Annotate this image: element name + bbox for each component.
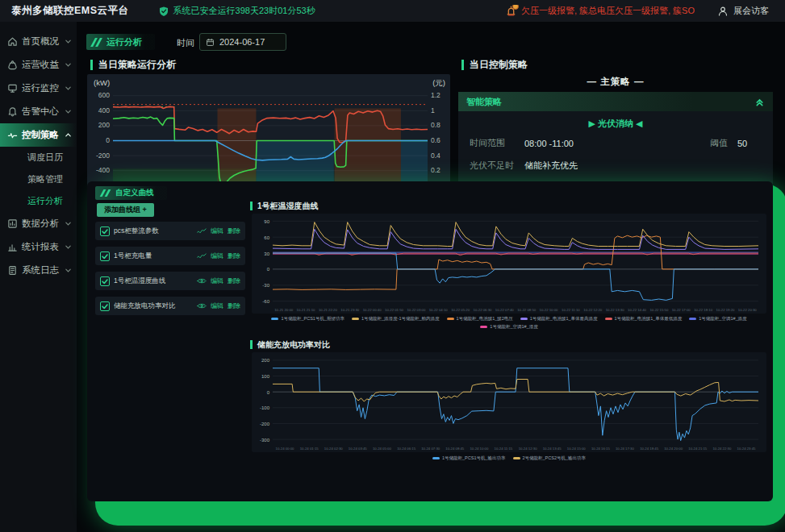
control-strategy-icon — [7, 130, 18, 140]
sidebar-item-monitoring[interactable]: 运行监控 — [0, 77, 77, 100]
curve-checkbox[interactable] — [100, 301, 110, 311]
pv-consumption-mode[interactable]: ▶ 光伏消纳 ◀ — [458, 118, 773, 130]
svg-text:10-24 01:15: 10-24 01:15 — [300, 447, 319, 451]
svg-text:0: 0 — [267, 390, 270, 395]
svg-text:-300: -300 — [260, 438, 270, 443]
trend-icon[interactable] — [197, 252, 207, 260]
alarm-badge — [512, 5, 519, 10]
legend-item[interactable]: 1号储能柜_电池簇1_单体最低温度 — [605, 316, 683, 322]
collapse-double-chevron-up-icon[interactable] — [754, 97, 765, 107]
svg-text:-30: -30 — [262, 283, 269, 288]
curve-checkbox[interactable] — [100, 251, 110, 261]
legend-swatch — [432, 457, 440, 459]
chevron-down-icon — [65, 85, 72, 92]
svg-text:10-24 20:00: 10-24 20:00 — [664, 447, 683, 451]
sidebar-item-home[interactable]: 首页概况 — [0, 30, 77, 53]
legend-item[interactable]: 1号储能柜_空调1#_温度 — [689, 316, 746, 322]
svg-text:10-21 23:30: 10-21 23:30 — [340, 308, 360, 312]
svg-text:0: 0 — [106, 136, 110, 144]
tab-run-analysis[interactable]: 运行分析 — [86, 34, 155, 50]
svg-text:-100: -100 — [260, 405, 270, 410]
revenue-icon — [7, 60, 18, 70]
sidebar-item-alarm-center[interactable]: 告警中心 — [0, 100, 77, 123]
main-strategy-subtitle: — 主策略 — — [458, 76, 773, 88]
sidebar-subitem-strategy-manage[interactable]: 策略管理 — [0, 168, 77, 190]
legend-swatch — [605, 318, 612, 320]
edit-link[interactable]: 编辑 — [211, 301, 223, 310]
curve-row[interactable]: pcs柜整流参数编辑删除 — [95, 222, 245, 240]
legend-item[interactable]: 1号储能柜_PCS1号机_输出功率 — [432, 455, 506, 461]
legend-item[interactable]: 1号储能柜_电池簇1_簇2电压 — [447, 316, 513, 322]
delete-link[interactable]: 删除 — [228, 301, 240, 310]
chart1-title: 1号柜温湿度曲线 — [250, 202, 319, 210]
edit-link[interactable]: 编辑 — [211, 227, 223, 235]
svg-text:10-24 05:00: 10-24 05:00 — [373, 447, 392, 451]
svg-text:0.4: 0.4 — [431, 152, 441, 160]
trend-icon[interactable] — [197, 227, 207, 235]
svg-text:10-24 03:45: 10-24 03:45 — [349, 447, 368, 451]
sidebar-item-system-log[interactable]: 系统日志 — [0, 259, 77, 282]
sidebar-item-label: 运行监控 — [22, 82, 61, 94]
curve-name: 储能充放电功率对比 — [114, 301, 193, 311]
sidebar-item-stat-report[interactable]: 统计报表 — [0, 235, 77, 259]
user-menu[interactable]: 展会访客 — [717, 5, 769, 17]
strategy-run-chart: 6001.240012000.800.6-2000.4-4000.2-6000 — [89, 87, 449, 193]
svg-text:10-22 14:40: 10-22 14:40 — [628, 308, 647, 312]
delete-link[interactable]: 删除 — [228, 251, 240, 260]
svg-text:10-24 16:15: 10-24 16:15 — [591, 447, 611, 451]
sidebar-subitem-dispatch-calendar[interactable]: 调度日历 — [0, 147, 77, 168]
sidebar-item-revenue[interactable]: 运营收益 — [0, 53, 77, 77]
legend-swatch — [520, 318, 528, 320]
smart-strategy-header[interactable]: 智能策略 — [458, 92, 773, 111]
delete-link[interactable]: 删除 — [228, 276, 240, 285]
svg-text:10-24 08:45: 10-24 08:45 — [445, 447, 465, 451]
legend-item[interactable]: 1号储能柜_温湿度-1号储能柜_舱内温度 — [352, 316, 440, 322]
svg-text:-200: -200 — [96, 152, 110, 160]
add-curve-group-button[interactable]: 添加曲线组 + — [97, 203, 154, 217]
chevron-down-icon — [65, 220, 72, 227]
svg-text:10-22 04:10: 10-22 04:10 — [429, 308, 449, 312]
sidebar-subitem-run-analysis[interactable]: 运行分析 — [0, 190, 77, 212]
chart1-legend: 1号储能柜_PCS1号机_期望功率1号储能柜_温湿度-1号储能柜_舱内温度1号储… — [252, 316, 766, 330]
alarm-ticker[interactable]: 欠压一级报警, 簇总电压欠压一级报警, 簇SO — [505, 5, 695, 17]
svg-text:10-24 18:45: 10-24 18:45 — [640, 447, 659, 451]
chart-canvas: 6001.240012000.800.6-2000.4-4000.2-6000 — [89, 87, 449, 193]
calendar-icon — [206, 38, 215, 47]
svg-text:10-22 13:30: 10-22 13:30 — [606, 308, 625, 312]
edit-link[interactable]: 编辑 — [211, 276, 223, 285]
sidebar-item-control-strategy[interactable]: 控制策略 — [0, 123, 77, 147]
curve-checkbox[interactable] — [100, 227, 110, 236]
curve-row[interactable]: 1号柜充电量编辑删除 — [95, 247, 245, 265]
edit-link[interactable]: 编辑 — [211, 251, 223, 260]
delete-link[interactable]: 删除 — [228, 227, 240, 235]
legend-item[interactable]: 1号储能柜_电池簇1_单体最高温度 — [520, 316, 598, 322]
sidebar-item-label: 告警中心 — [22, 106, 61, 118]
legend-item[interactable]: 1号储能柜_PCS1号机_期望功率 — [271, 316, 344, 322]
curve-row[interactable]: 1号柜温湿度曲线编辑删除 — [95, 272, 245, 290]
date-picker[interactable]: 2024-06-17 — [199, 33, 286, 51]
sidebar-item-label: 控制策略 — [22, 129, 61, 141]
svg-text:0.2: 0.2 — [431, 166, 441, 174]
alarm-bell-icon[interactable] — [505, 5, 517, 17]
svg-text:0.8: 0.8 — [431, 121, 441, 129]
curve-name: 1号柜温湿度曲线 — [114, 276, 193, 286]
time-label: 时间 — [177, 37, 194, 49]
safe-status-text: 系统已安全运行398天23时01分53秒 — [173, 5, 315, 17]
curve-row[interactable]: 储能充放电功率对比编辑删除 — [95, 297, 245, 315]
svg-text:10-22 12:20: 10-22 12:20 — [583, 308, 603, 312]
monitoring-icon — [7, 83, 18, 94]
eye-icon[interactable] — [197, 302, 207, 310]
svg-text:10-24 12:30: 10-24 12:30 — [519, 447, 538, 451]
legend-item[interactable]: 1号储能柜_空调1#_湿度 — [480, 324, 537, 330]
svg-text:10-22 10:00: 10-22 10:00 — [540, 308, 559, 312]
svg-text:10-22 17:00: 10-22 17:00 — [672, 308, 691, 312]
svg-text:1.2: 1.2 — [431, 91, 441, 99]
legend-item[interactable]: 2号储能柜_PCS2号机_输出功率 — [513, 455, 587, 461]
svg-text:10-24 21:15: 10-24 21:15 — [688, 447, 708, 451]
main-chart-section-title: 当日策略运行分析 — [90, 60, 176, 70]
legend-swatch — [513, 457, 520, 459]
curve-checkbox[interactable] — [100, 276, 110, 286]
tab-custom-curve[interactable]: 自定义曲线 — [95, 186, 167, 200]
sidebar-item-data-analysis[interactable]: 数据分析 — [0, 212, 77, 235]
eye-icon[interactable] — [197, 277, 207, 285]
